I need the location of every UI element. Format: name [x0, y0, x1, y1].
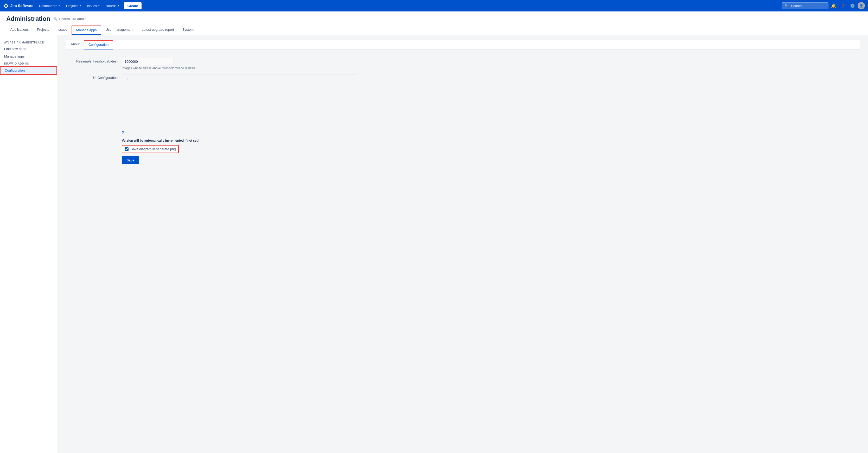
version-note: Version will be automatically incremente… [122, 139, 198, 143]
tab-system[interactable]: System [178, 26, 198, 35]
boards-menu[interactable]: Boards ▾ [103, 2, 122, 9]
admin-search[interactable]: 🔍 Search Jira admin [53, 17, 86, 21]
brand-logo[interactable]: Jira Software [3, 3, 33, 8]
brand-name: Jira Software [10, 4, 33, 8]
help-icon[interactable]: ❓ [839, 2, 847, 10]
issues-chevron-icon: ▾ [98, 4, 100, 7]
resample-input[interactable] [122, 58, 174, 65]
sub-tabs: About Configuration [66, 40, 860, 50]
boards-chevron-icon: ▾ [118, 4, 119, 7]
resample-row: Resample threshold (bytes) Images whose … [66, 58, 860, 70]
resample-field-group: Images whose size is above threshold wil… [122, 58, 195, 70]
main-content: About Configuration Resample threshold (… [57, 35, 868, 453]
topnav: Jira Software Dashboards ▾ Projects ▾ Is… [0, 0, 868, 11]
tab-latest-upgrade-report[interactable]: Latest upgrade report [137, 26, 178, 35]
create-button[interactable]: Create [124, 2, 142, 9]
help-link[interactable]: ? [122, 130, 124, 134]
tab-manage-apps[interactable]: Manage apps [71, 26, 101, 35]
global-search[interactable]: 🔍 Search [782, 2, 829, 9]
page-title: Administration [6, 15, 50, 22]
ui-config-label: UI Configuration [66, 74, 118, 80]
admin-header: Administration 🔍 Search Jira admin Appli… [0, 11, 868, 35]
ui-config-textarea[interactable] [130, 74, 356, 126]
sidebar-section-title-marketplace: ATLASSIAN MARKETPLACE [0, 39, 57, 45]
resample-label: Resample threshold (bytes) [66, 58, 118, 63]
dashboards-menu[interactable]: Dashboards ▾ [36, 2, 62, 9]
avatar[interactable]: 👤 [858, 2, 865, 9]
notifications-icon[interactable]: 🔔 [830, 2, 838, 10]
save-button[interactable]: Save [122, 156, 139, 164]
tab-user-management[interactable]: User management [101, 26, 137, 35]
sub-tab-about[interactable]: About [67, 40, 84, 50]
sidebar-item-manage-apps[interactable]: Manage apps [0, 53, 57, 60]
tab-applications[interactable]: Applications [6, 26, 33, 35]
save-png-checkbox[interactable] [125, 147, 128, 151]
admin-search-icon: 🔍 [53, 17, 58, 21]
settings-icon[interactable]: ⚙️ [848, 2, 857, 10]
ui-config-textarea-container: 1 [122, 74, 356, 126]
projects-menu[interactable]: Projects ▾ [63, 2, 84, 9]
tab-issues[interactable]: Issues [53, 26, 71, 35]
sidebar-item-find-new-apps[interactable]: Find new apps [0, 45, 57, 53]
projects-chevron-icon: ▾ [80, 4, 81, 7]
sidebar-section-marketplace: ATLASSIAN MARKETPLACE Find new apps Mana… [0, 39, 57, 60]
sidebar-item-configuration[interactable]: Configuration [0, 66, 57, 75]
main-layout: ATLASSIAN MARKETPLACE Find new apps Mana… [0, 35, 868, 453]
ui-config-row: UI Configuration 1 [66, 74, 860, 126]
sidebar-section-drawio: DRAW.IO ADD-ON Configuration [0, 60, 57, 75]
line-numbers: 1 [122, 74, 130, 126]
save-png-label: Save diagram in separate png [131, 147, 176, 151]
resample-help: Images whose size is above threshold wil… [122, 66, 195, 70]
sidebar: ATLASSIAN MARKETPLACE Find new apps Mana… [0, 35, 57, 453]
save-png-checkbox-row: Save diagram in separate png [122, 145, 179, 153]
config-form-area: Resample threshold (bytes) Images whose … [66, 56, 860, 164]
search-icon: 🔍 [784, 4, 789, 8]
dashboards-chevron-icon: ▾ [59, 4, 60, 7]
tab-projects[interactable]: Projects [33, 26, 53, 35]
sub-tab-configuration[interactable]: Configuration [84, 40, 113, 50]
issues-menu[interactable]: Issues ▾ [85, 2, 102, 9]
sidebar-section-title-drawio: DRAW.IO ADD-ON [0, 60, 57, 66]
admin-tabs: Applications Projects Issues Manage apps… [6, 26, 862, 35]
content-inner: About Configuration Resample threshold (… [66, 40, 860, 164]
